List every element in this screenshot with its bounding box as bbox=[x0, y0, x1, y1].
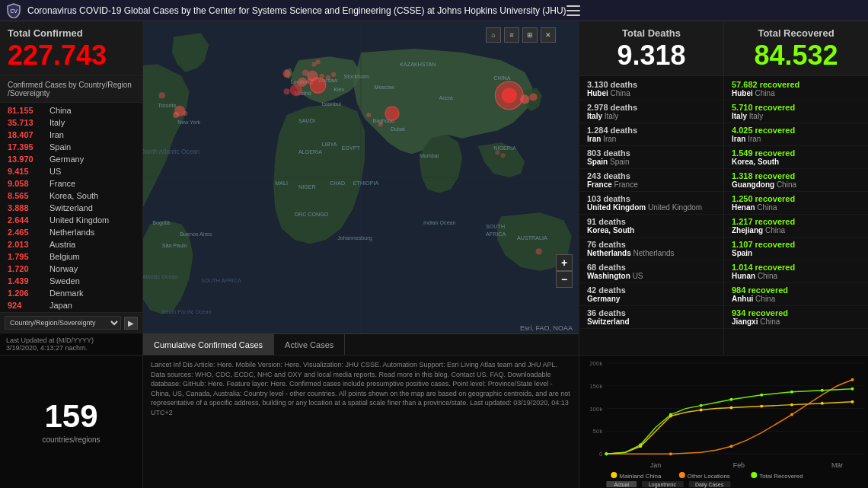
recovered-list-item[interactable]: 1.217 recoveredZhejiang China bbox=[724, 215, 868, 238]
recovered-list-item[interactable]: 1.107 recoveredSpain bbox=[724, 238, 868, 260]
country-list-item[interactable]: 924Japan bbox=[0, 299, 142, 311]
country-list-section: Confirmed Cases by Country/Region /Sover… bbox=[0, 76, 142, 312]
country-list-item[interactable]: 3.888Switzerland bbox=[0, 202, 142, 214]
svg-text:200k: 200k bbox=[589, 360, 602, 367]
country-list-item[interactable]: 1.206Denmark bbox=[0, 287, 142, 299]
deaths-list-item[interactable]: 1.284 deathsIran Iran bbox=[579, 123, 723, 146]
svg-text:Stockholm: Stockholm bbox=[343, 74, 369, 80]
map-container[interactable]: New York Toronto São Paulo Bogotá Buenos… bbox=[143, 21, 579, 333]
recovered-list-item[interactable]: 5.710 recoveredItaly Italy bbox=[724, 100, 868, 123]
country-list[interactable]: 81.155China35.713Italy18.407Iran17.395Sp… bbox=[0, 103, 142, 312]
left-panel: Total Confirmed 227.743 Confirmed Cases … bbox=[0, 21, 143, 355]
total-recovered-value: 84.532 bbox=[732, 42, 860, 69]
tab-cumulative[interactable]: Cumulative Confirmed Cases bbox=[143, 334, 274, 355]
total-confirmed-section: Total Confirmed 227.743 bbox=[0, 21, 142, 76]
country-list-item[interactable]: 1.720Norway bbox=[0, 263, 142, 275]
svg-text:150k: 150k bbox=[589, 383, 602, 390]
close-map-icon[interactable]: ✕ bbox=[541, 27, 556, 43]
svg-point-86 bbox=[700, 409, 703, 412]
deaths-list-item[interactable]: 803 deathsSpain Spain bbox=[579, 146, 723, 169]
svg-point-89 bbox=[790, 403, 793, 407]
svg-text:SOUTH: SOUTH bbox=[486, 224, 505, 230]
svg-text:100k: 100k bbox=[589, 406, 602, 413]
deaths-list-item[interactable]: 2.978 deathsItaly Italy bbox=[579, 100, 723, 123]
svg-text:Other Locations: Other Locations bbox=[688, 473, 730, 480]
svg-point-54 bbox=[302, 70, 308, 76]
country-list-item[interactable]: 17.395Spain bbox=[0, 141, 142, 153]
recovered-list-item[interactable]: 4.025 recoveredIran Iran bbox=[724, 123, 868, 146]
country-list-item[interactable]: 9.058France bbox=[0, 177, 142, 190]
home-icon[interactable]: ⌂ bbox=[486, 27, 501, 43]
recovered-list-item[interactable]: 57.682 recoveredHubei China bbox=[724, 78, 868, 100]
countries-label: countries/regions bbox=[42, 435, 100, 444]
zoom-in-button[interactable]: + bbox=[556, 254, 573, 271]
svg-text:MALI: MALI bbox=[275, 180, 288, 187]
svg-point-90 bbox=[821, 402, 824, 405]
country-list-item[interactable]: 35.713Italy bbox=[0, 116, 142, 129]
deaths-list[interactable]: 3.130 deathsHubei China2.978 deathsItaly… bbox=[579, 76, 723, 355]
svg-text:Bogotá: Bogotá bbox=[152, 220, 170, 226]
grid-icon[interactable]: ⊞ bbox=[522, 27, 538, 43]
country-list-item[interactable]: 1.439Sweden bbox=[0, 275, 142, 287]
country-list-item[interactable]: 1.795Belgium bbox=[0, 250, 142, 263]
svg-text:KAZAKHSTAN: KAZAKHSTAN bbox=[400, 62, 436, 68]
country-list-item[interactable]: 13.970Germany bbox=[0, 153, 142, 165]
country-dropdown[interactable]: Country/Region/Sovereignty bbox=[5, 316, 121, 330]
svg-text:Total Recovered: Total Recovered bbox=[759, 473, 803, 480]
total-deaths-value: 9.318 bbox=[587, 42, 716, 69]
svg-text:Dubai: Dubai bbox=[391, 126, 405, 132]
recovered-list-item[interactable]: 934 recoveredJiangxi China bbox=[724, 306, 868, 329]
svg-point-53 bbox=[307, 78, 313, 85]
deaths-list-item[interactable]: 36 deathsSwitzerland bbox=[579, 306, 723, 329]
deaths-panel: Total Deaths 9.318 3.130 deathsHubei Chi… bbox=[579, 21, 723, 355]
deaths-list-item[interactable]: 42 deathsGermany bbox=[579, 283, 723, 306]
svg-text:Johannesburg: Johannesburg bbox=[337, 235, 372, 241]
deaths-list-item[interactable]: 76 deathsNetherlands Netherlands bbox=[579, 238, 723, 260]
country-list-item[interactable]: 8.565Korea, South bbox=[0, 190, 142, 202]
map-area[interactable]: New York Toronto São Paulo Bogotá Buenos… bbox=[143, 21, 579, 355]
svg-text:Istanbul: Istanbul bbox=[322, 101, 341, 107]
shield-icon: CV bbox=[6, 3, 21, 18]
svg-point-100 bbox=[700, 404, 703, 407]
svg-text:AUSTRALIA: AUSTRALIA bbox=[517, 235, 547, 241]
recovered-list-item[interactable]: 1.250 recoveredHenan China bbox=[724, 192, 868, 215]
svg-text:Mumbai: Mumbai bbox=[420, 153, 439, 159]
svg-text:CHINA: CHINA bbox=[493, 75, 510, 81]
tab-active[interactable]: Active Cases bbox=[274, 334, 345, 355]
svg-point-50 bbox=[173, 112, 179, 118]
recovered-list-item[interactable]: 1.318 recoveredGuangdong China bbox=[724, 169, 868, 192]
recovered-list[interactable]: 57.682 recoveredHubei China5.710 recover… bbox=[724, 76, 868, 355]
svg-text:SOUTH AFRICA: SOUTH AFRICA bbox=[201, 278, 241, 284]
deaths-list-item[interactable]: 103 deathsUnited Kingdom United Kingdom bbox=[579, 192, 723, 215]
svg-text:LIBYA: LIBYA bbox=[322, 142, 337, 148]
country-list-item[interactable]: 81.155China bbox=[0, 104, 142, 116]
menu-icon[interactable] bbox=[566, 5, 580, 16]
svg-point-102 bbox=[760, 394, 763, 397]
list-icon[interactable]: ≡ bbox=[504, 27, 519, 43]
country-list-item[interactable]: 9.415US bbox=[0, 165, 142, 177]
svg-text:50k: 50k bbox=[593, 428, 603, 435]
svg-point-106 bbox=[611, 472, 617, 478]
recovered-list-item[interactable]: 1.014 recoveredHunan China bbox=[724, 260, 868, 283]
svg-point-105 bbox=[851, 388, 854, 391]
country-list-item[interactable]: 2.465Netherlands bbox=[0, 226, 142, 238]
zoom-out-button[interactable]: − bbox=[556, 271, 573, 288]
svg-point-99 bbox=[669, 413, 672, 416]
svg-point-87 bbox=[729, 407, 732, 410]
svg-text:Actual: Actual bbox=[614, 482, 630, 487]
country-list-item[interactable]: 2.644United Kingdom bbox=[0, 214, 142, 226]
country-list-item[interactable]: 18.407Iran bbox=[0, 129, 142, 141]
navigate-button[interactable]: ▶ bbox=[124, 317, 138, 330]
chart-area: 200k 150k 100k 50k 0 Jan Feb Mär bbox=[579, 356, 868, 488]
deaths-list-item[interactable]: 243 deathsFrance France bbox=[579, 169, 723, 192]
svg-text:ETHIOPIA: ETHIOPIA bbox=[353, 180, 379, 187]
svg-text:Kiev: Kiev bbox=[333, 87, 344, 93]
recovered-list-item[interactable]: 984 recoveredAnhui China bbox=[724, 283, 868, 306]
country-list-item[interactable]: 2.013Austria bbox=[0, 238, 142, 250]
deaths-list-item[interactable]: 3.130 deathsHubei China bbox=[579, 78, 723, 100]
countries-count: 159 bbox=[44, 400, 97, 432]
deaths-list-item[interactable]: 91 deathsKorea, South bbox=[579, 215, 723, 238]
recovered-list-item[interactable]: 1.549 recoveredKorea, South bbox=[724, 146, 868, 169]
deaths-list-item[interactable]: 68 deathsWashington US bbox=[579, 260, 723, 283]
text-info: Lancet Inf Dis Article: Here. Mobile Ver… bbox=[143, 356, 579, 488]
